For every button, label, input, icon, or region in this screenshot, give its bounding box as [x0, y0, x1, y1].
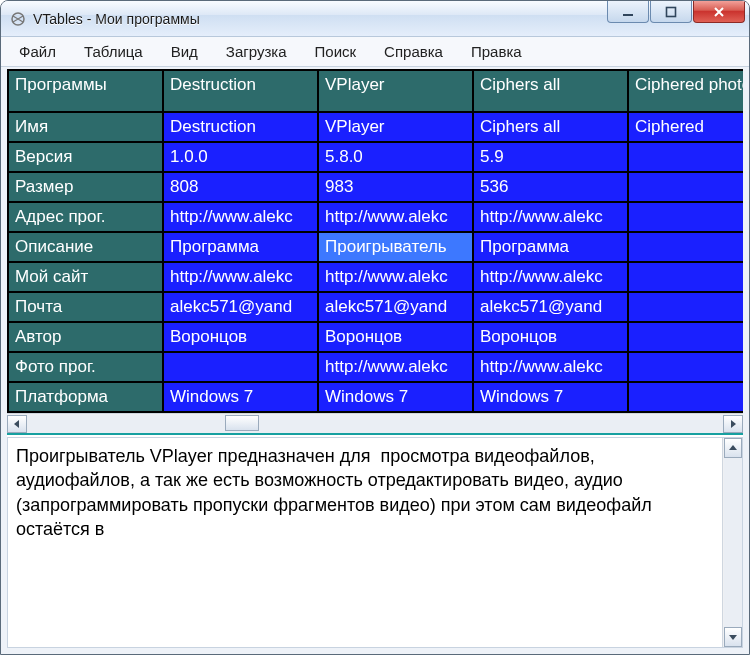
vertical-scrollbar[interactable] [722, 438, 742, 647]
description-text[interactable]: Проигрыватель VPlayer предназначен для п… [8, 438, 722, 647]
grid-row: Адрес прог. http://www.alekc http://www.… [8, 202, 743, 232]
grid-cell[interactable]: 5.9 [473, 142, 628, 172]
grid-cell[interactable] [628, 322, 743, 352]
grid-cell[interactable]: Windows 7 [163, 382, 318, 412]
window-title: VTables - Мои программы [33, 11, 606, 27]
grid-cell[interactable]: http://www.alekc [473, 202, 628, 232]
horizontal-scrollbar[interactable] [7, 413, 743, 433]
grid-row-header[interactable]: Версия [8, 142, 163, 172]
menu-table[interactable]: Таблица [72, 39, 155, 64]
scroll-track[interactable] [27, 415, 723, 433]
grid-cell[interactable]: http://www.alekc [473, 262, 628, 292]
grid-row: Мой сайт http://www.alekc http://www.ale… [8, 262, 743, 292]
scroll-thumb[interactable] [225, 415, 259, 431]
grid-row: Размер 808 983 536 [8, 172, 743, 202]
grid-cell[interactable]: Программа [163, 232, 318, 262]
grid-cell[interactable]: http://www.alekc [318, 202, 473, 232]
grid-col-header[interactable]: VPlayer [318, 70, 473, 112]
grid-cell[interactable]: 983 [318, 172, 473, 202]
grid-cell[interactable]: VPlayer [318, 112, 473, 142]
grid-cell[interactable]: alekc571@yand [473, 292, 628, 322]
grid-cell[interactable]: http://www.alekc [318, 352, 473, 382]
grid-row: Фото прог. http://www.alekc http://www.a… [8, 352, 743, 382]
grid-header-row: Программы Destruction VPlayer Ciphers al… [8, 70, 743, 112]
grid-cell[interactable]: 1.0.0 [163, 142, 318, 172]
grid-cell[interactable] [628, 172, 743, 202]
menu-help[interactable]: Справка [372, 39, 455, 64]
grid-row-header[interactable]: Размер [8, 172, 163, 202]
grid-row-header[interactable]: Мой сайт [8, 262, 163, 292]
grid-row: Автор Воронцов Воронцов Воронцов [8, 322, 743, 352]
grid-cell[interactable] [628, 262, 743, 292]
grid-row-header[interactable]: Описание [8, 232, 163, 262]
svg-rect-2 [667, 7, 676, 16]
grid-cell[interactable]: 536 [473, 172, 628, 202]
scroll-down-button[interactable] [724, 627, 742, 647]
grid-cell[interactable]: Воронцов [163, 322, 318, 352]
grid-row-header[interactable]: Автор [8, 322, 163, 352]
scroll-left-button[interactable] [7, 415, 27, 433]
grid-cell[interactable]: alekc571@yand [163, 292, 318, 322]
close-button[interactable] [693, 1, 745, 23]
grid-cell[interactable]: Ciphered [628, 112, 743, 142]
data-grid[interactable]: Программы Destruction VPlayer Ciphers al… [7, 69, 743, 413]
scroll-track-vertical[interactable] [724, 458, 742, 627]
grid-cell[interactable]: Воронцов [318, 322, 473, 352]
minimize-button[interactable] [607, 1, 649, 23]
grid-row: Почта alekc571@yand alekc571@yand alekc5… [8, 292, 743, 322]
app-icon [9, 10, 27, 28]
menu-load[interactable]: Загрузка [214, 39, 299, 64]
grid-cell[interactable]: Windows 7 [473, 382, 628, 412]
menu-search[interactable]: Поиск [303, 39, 369, 64]
grid-row-header[interactable]: Имя [8, 112, 163, 142]
grid-cell[interactable] [628, 232, 743, 262]
grid-row-header[interactable]: Платформа [8, 382, 163, 412]
grid-corner-cell[interactable]: Программы [8, 70, 163, 112]
grid-row: Описание Программа Проигрыватель Програм… [8, 232, 743, 262]
grid-container: Программы Destruction VPlayer Ciphers al… [7, 69, 743, 435]
grid-cell[interactable] [628, 202, 743, 232]
scroll-right-button[interactable] [723, 415, 743, 433]
grid-cell[interactable] [628, 292, 743, 322]
grid-cell[interactable]: Ciphers all [473, 112, 628, 142]
grid-row-header[interactable]: Фото прог. [8, 352, 163, 382]
grid-col-header[interactable]: Ciphers all [473, 70, 628, 112]
grid-col-header[interactable]: Destruction [163, 70, 318, 112]
svg-rect-1 [623, 14, 633, 16]
menu-edit[interactable]: Правка [459, 39, 534, 64]
grid-cell[interactable]: Воронцов [473, 322, 628, 352]
grid-cell[interactable] [628, 142, 743, 172]
grid-cell[interactable]: Destruction [163, 112, 318, 142]
description-panel: Проигрыватель VPlayer предназначен для п… [7, 437, 743, 648]
grid-cell[interactable] [628, 352, 743, 382]
grid-cell[interactable] [163, 352, 318, 382]
grid-row-header[interactable]: Адрес прог. [8, 202, 163, 232]
grid-row: Платформа Windows 7 Windows 7 Windows 7 [8, 382, 743, 412]
grid-cell[interactable]: Программа [473, 232, 628, 262]
grid-cell[interactable]: http://www.alekc [163, 202, 318, 232]
menu-view[interactable]: Вид [159, 39, 210, 64]
grid-cell-selected[interactable]: Проигрыватель [318, 232, 473, 262]
grid-row: Версия 1.0.0 5.8.0 5.9 [8, 142, 743, 172]
grid-cell[interactable]: 5.8.0 [318, 142, 473, 172]
grid-row-header[interactable]: Почта [8, 292, 163, 322]
scroll-up-button[interactable] [724, 438, 742, 458]
grid-row: Имя Destruction VPlayer Ciphers all Ciph… [8, 112, 743, 142]
titlebar: VTables - Мои программы [1, 1, 749, 37]
maximize-button[interactable] [650, 1, 692, 23]
grid-cell[interactable] [628, 382, 743, 412]
menu-file[interactable]: Файл [7, 39, 68, 64]
window-buttons [606, 1, 749, 36]
grid-cell[interactable]: http://www.alekc [473, 352, 628, 382]
grid-cell[interactable]: http://www.alekc [318, 262, 473, 292]
grid-cell[interactable]: Windows 7 [318, 382, 473, 412]
grid-col-header[interactable]: Ciphered photos [628, 70, 743, 112]
grid-cell[interactable]: 808 [163, 172, 318, 202]
menubar: Файл Таблица Вид Загрузка Поиск Справка … [1, 37, 749, 67]
grid-cell[interactable]: alekc571@yand [318, 292, 473, 322]
client-area: Программы Destruction VPlayer Ciphers al… [7, 69, 743, 648]
grid-cell[interactable]: http://www.alekc [163, 262, 318, 292]
app-window: VTables - Мои программы Файл Таблица Вид… [0, 0, 750, 655]
